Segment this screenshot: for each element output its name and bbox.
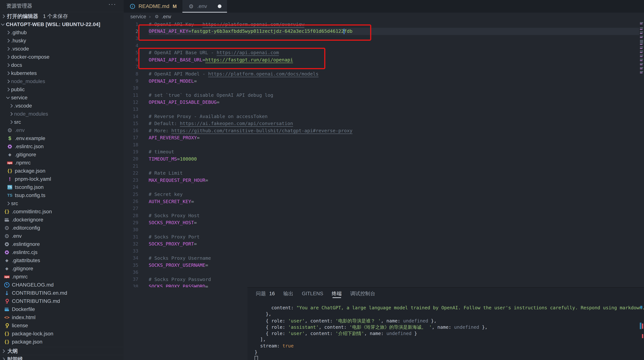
tree-item-.env[interactable]: ⚙.env [0, 126, 124, 134]
code-line-2[interactable]: 2OPENAI_API_KEY=fastgpt-y6b3axfbdd5wyp01… [124, 28, 644, 35]
code-line-28[interactable]: 28# Socks Proxy Host [124, 212, 644, 219]
tree-item-.npmrc[interactable]: npm.npmrc [0, 159, 124, 167]
tree-item-package-lock.json[interactable]: {}package-lock.json [0, 330, 124, 338]
outline-section[interactable]: 大纲 [0, 347, 124, 355]
tree-item-.commitlintrc.json[interactable]: {}.commitlintrc.json [0, 208, 124, 216]
code-editor[interactable]: 1# OpenAI API Key - https://platform.ope… [124, 21, 644, 287]
project-root[interactable]: CHATGPT-WEB [WSL: UBUNTU-22.04] [0, 20, 124, 28]
tree-item-.vscode[interactable]: .vscode [0, 45, 124, 53]
tree-item-label: tsup.config.ts [15, 192, 45, 198]
tree-item-docker-compose[interactable]: docker-compose [0, 53, 124, 61]
code-line-31[interactable]: 31# Socks Proxy Port [124, 233, 644, 240]
tree-item-docs[interactable]: docs [0, 61, 124, 69]
tree-item-public[interactable]: public [0, 85, 124, 94]
tree-item-CHANGELOG.md[interactable]: CHANGELOG.md [0, 281, 124, 289]
code-line-33[interactable]: 33 [124, 248, 644, 255]
breadcrumb-folder[interactable]: service [130, 14, 146, 19]
tree-item-.env[interactable]: ⚙.env [0, 232, 124, 240]
tree-item-kubernetes[interactable]: kubernetes [0, 69, 124, 77]
code-line-10[interactable]: 10 [124, 84, 644, 92]
tab-.env[interactable]: ⚙.env [182, 0, 227, 12]
tree-item-license[interactable]: license [0, 322, 124, 330]
code-line-25[interactable]: 25# Secret key [124, 191, 644, 198]
code-line-12[interactable]: 12OPENAI_API_DISABLE_DEBUG= [124, 99, 644, 106]
code-line-36[interactable]: 36 [124, 269, 644, 276]
tree-item-.eslintrc.cjs[interactable]: .eslintrc.cjs [0, 248, 124, 256]
tree-item-node_modules[interactable]: node_modules [0, 77, 124, 85]
tree-item-service[interactable]: service [0, 94, 124, 102]
code-line-38[interactable]: 38SOCKS_PROXY_PASSWORD= [124, 283, 644, 287]
code-line-37[interactable]: 37# Socks Proxy Password [124, 276, 644, 283]
tree-item-src[interactable]: src [0, 199, 124, 208]
code-line-3[interactable]: 3 [124, 35, 644, 42]
code-line-32[interactable]: 32SOCKS_PROXY_PORT= [124, 240, 644, 247]
tree-item-.gitignore[interactable]: ◆.gitignore [0, 265, 124, 273]
tree-item-.vscode[interactable]: .vscode [0, 102, 124, 110]
code-line-content: # Socks Proxy Host [149, 213, 200, 218]
code-line-9[interactable]: 9OPENAI_API_MODEL= [124, 77, 644, 84]
tree-item-src[interactable]: src [0, 118, 124, 126]
minimap-mark [640, 42, 643, 43]
code-line-13[interactable]: 13 [124, 106, 644, 113]
code-line-21[interactable]: 21 [124, 162, 644, 169]
code-line-34[interactable]: 34# Socks Proxy Username [124, 255, 644, 262]
code-line-7[interactable]: 7 [124, 63, 644, 70]
tree-item-.eslintrc.json[interactable]: .eslintrc.json [0, 142, 124, 151]
tree-item-.husky[interactable]: .husky [0, 37, 124, 45]
panel-tab-问题[interactable]: 问题16 [256, 288, 275, 300]
terminal-output[interactable]: content: "You are ChatGPT, a large langu… [254, 305, 636, 360]
tree-item-.editorconfig[interactable]: ⚙.editorconfig [0, 224, 124, 232]
panel-tab-调试控制台[interactable]: 调试控制台 [350, 288, 375, 300]
tree-item-.github[interactable]: .github [0, 28, 124, 37]
panel-tab-终端[interactable]: 终端 [332, 288, 342, 300]
code-line-27[interactable]: 27 [124, 205, 644, 212]
panel-tab-输出[interactable]: 输出 [283, 288, 293, 300]
tree-item-package.json[interactable]: {}package.json [0, 167, 124, 175]
code-line-6[interactable]: 6OPENAI_API_BASE_URL=https://fastgpt.run… [124, 56, 644, 63]
tree-item-.gitattributes[interactable]: ◆.gitattributes [0, 256, 124, 265]
tree-item-.gitignore[interactable]: ◆.gitignore [0, 151, 124, 159]
code-line-5[interactable]: 5# OpenAI API Base URL - https://api.ope… [124, 49, 644, 56]
code-line-30[interactable]: 30 [124, 226, 644, 233]
breadcrumb[interactable]: service › ⚙ .env [124, 12, 644, 21]
code-line-29[interactable]: 29SOCKS_PROXY_HOST= [124, 219, 644, 226]
code-line-16[interactable]: 16# More: https://github.com/transitive-… [124, 127, 644, 134]
code-line-24[interactable]: 24 [124, 184, 644, 191]
breadcrumb-file[interactable]: .env [162, 14, 171, 19]
code-line-14[interactable]: 14# Reverse Proxy - Available on accessT… [124, 113, 644, 120]
minimap[interactable] [639, 21, 644, 287]
more-actions-icon[interactable]: ··· [108, 0, 116, 7]
code-line-18[interactable]: 18 [124, 141, 644, 148]
timeline-section[interactable]: 时间线 [0, 355, 124, 360]
tree-item-package.json[interactable]: {}package.json [0, 338, 124, 346]
code-line-22[interactable]: 22# Rate Limit [124, 169, 644, 176]
panel-tab-GITLENS[interactable]: GITLENS [302, 288, 323, 300]
code-line-19[interactable]: 19# timeout [124, 148, 644, 155]
open-editors-section[interactable]: 打开的编辑器 1 个未保存 [0, 12, 124, 20]
tree-item-.npmrc[interactable]: npm.npmrc [0, 273, 124, 281]
code-line-1[interactable]: 1# OpenAI API Key - https://platform.ope… [124, 21, 644, 28]
tree-item-node_modules[interactable]: node_modules [0, 110, 124, 118]
tree-item-CONTRIBUTING.md[interactable]: CONTRIBUTING.md [0, 297, 124, 305]
code-line-15[interactable]: 15# Default: https://ai.fakeopen.com/api… [124, 120, 644, 127]
code-line-35[interactable]: 35SOCKS_PROXY_USERNAME= [124, 262, 644, 269]
tree-item-.eslintignore[interactable]: .eslintignore [0, 240, 124, 248]
code-line-11[interactable]: 11# set `true` to disable OpenAI API deb… [124, 92, 644, 99]
tree-item-tsconfig.json[interactable]: TStsconfig.json [0, 183, 124, 191]
tree-item-tsup.config.ts[interactable]: TStsup.config.ts [0, 191, 124, 199]
code-line-8[interactable]: 8# OpenAI API Model - https://platform.o… [124, 70, 644, 77]
tree-item-.env.example[interactable]: $.env.example [0, 134, 124, 142]
exclaim-icon: ! [7, 176, 13, 182]
code-line-17[interactable]: 17API_REVERSE_PROXY= [124, 134, 644, 141]
code-line-20[interactable]: 20TIMEOUT_MS=100000 [124, 155, 644, 162]
code-line-26[interactable]: 26AUTH_SECRET_KEY= [124, 198, 644, 205]
tree-item-pnpm-lock.yaml[interactable]: !pnpm-lock.yaml [0, 175, 124, 183]
tab-README.md[interactable]: README.mdM [124, 0, 182, 12]
tree-item-.dockerignore[interactable]: .dockerignore [0, 216, 124, 224]
code-line-23[interactable]: 23MAX_REQUEST_PER_HOUR= [124, 177, 644, 184]
dirty-indicator-dot[interactable] [218, 4, 222, 8]
tree-item-index.html[interactable]: <>index.html [0, 313, 124, 322]
code-line-4[interactable]: 4 [124, 42, 644, 49]
tree-item-Dockerfile[interactable]: Dockerfile [0, 305, 124, 313]
tree-item-CONTRIBUTING.en.md[interactable]: ↓CONTRIBUTING.en.md [0, 289, 124, 297]
